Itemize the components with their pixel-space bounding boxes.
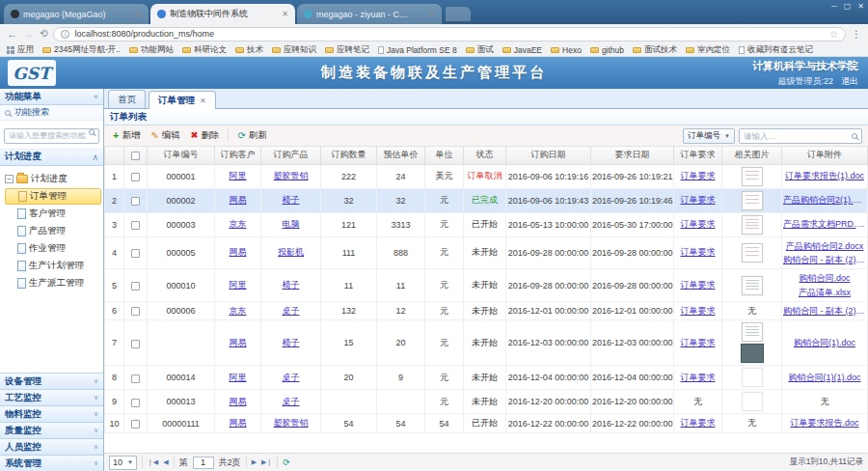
browser-menu-icon[interactable]: ⋮ bbox=[852, 29, 861, 40]
bookmark-item[interactable]: 室内定位 bbox=[686, 44, 730, 56]
attachment-link[interactable]: 产品购销合同2.docx bbox=[783, 239, 866, 253]
minimize-button[interactable]: ─ bbox=[831, 2, 837, 11]
attachment-link[interactable]: 订单要求报告.doc bbox=[783, 416, 866, 429]
table-row[interactable]: 8000014阿里桌子209元未开始2016-12-04 00:00:00201… bbox=[105, 366, 868, 390]
row-checkbox[interactable] bbox=[131, 307, 140, 316]
sidebar-section-plan[interactable]: 计划进度 ∧ bbox=[0, 150, 103, 166]
table-row[interactable]: 5000010阿里椅子1111元未开始2016-09-28 00:00:0020… bbox=[105, 269, 868, 302]
attachment-link[interactable]: 订单要求报告(1).doc bbox=[783, 169, 866, 182]
table-row[interactable]: 1000001阿里塑胶管销22224美元订单取消2016-09-06 10:19… bbox=[105, 164, 868, 188]
customer-link[interactable]: 网易 bbox=[230, 195, 247, 205]
image-thumbnail[interactable] bbox=[742, 392, 763, 411]
row-checkbox[interactable] bbox=[131, 340, 140, 348]
customer-link[interactable]: 网易 bbox=[230, 338, 247, 347]
bookmark-star-icon[interactable]: ☆ bbox=[829, 29, 838, 40]
bookmark-item[interactable]: 收藏到有道云笔记 bbox=[739, 44, 813, 56]
first-page-button[interactable]: ❘◀ bbox=[148, 458, 158, 466]
image-thumbnail[interactable] bbox=[741, 344, 764, 363]
bookmark-item[interactable]: 技术 bbox=[235, 44, 263, 56]
order-requirement-link[interactable]: 订单要求 bbox=[681, 373, 716, 382]
new-tab-button[interactable] bbox=[446, 7, 471, 21]
select-all-header[interactable] bbox=[124, 147, 148, 164]
row-checkbox[interactable] bbox=[131, 282, 140, 291]
table-row[interactable]: 7网易椅子1520元未开始2016-12-03 00:00:002016-12-… bbox=[105, 320, 868, 366]
bookmark-item[interactable]: 应用 bbox=[7, 44, 34, 56]
product-link[interactable]: 椅子 bbox=[283, 280, 300, 290]
image-thumbnail[interactable] bbox=[742, 215, 763, 235]
tree-expander-icon[interactable]: − bbox=[5, 175, 14, 183]
table-row[interactable]: 3000003京东电脑1213313元已开始2016-05-13 10:00:0… bbox=[105, 212, 868, 236]
cell-checkbox[interactable] bbox=[124, 212, 148, 236]
logout-link[interactable]: 退出 bbox=[841, 75, 858, 88]
sidebar-menu-header[interactable]: 功能菜单 « bbox=[0, 89, 103, 105]
order-requirement-link[interactable]: 订单要求 bbox=[681, 338, 716, 347]
browser-tab-2-active[interactable]: 制造物联中间件系统 ✕ bbox=[150, 4, 295, 24]
image-thumbnail[interactable] bbox=[742, 167, 763, 186]
column-header-订单附件[interactable]: 订单附件 bbox=[782, 147, 868, 164]
sidebar-item-作业管理[interactable]: 作业管理 bbox=[5, 240, 101, 257]
product-link[interactable]: 桌子 bbox=[283, 397, 300, 406]
cell-checkbox[interactable] bbox=[124, 236, 148, 269]
pin-icon[interactable]: ∧ bbox=[92, 152, 98, 162]
customer-link[interactable]: 阿里 bbox=[230, 373, 247, 382]
table-row[interactable]: 6000006京东桌子13212元未开始2016-12-01 00:00:002… bbox=[105, 302, 868, 320]
order-requirement-link[interactable]: 订单要求 bbox=[681, 280, 716, 290]
table-row[interactable]: 2000002网易椅子3232元已完成2016-09-06 10:19:4320… bbox=[105, 188, 868, 212]
order-requirement-link[interactable]: 订单要求 bbox=[681, 247, 716, 257]
column-header-状态[interactable]: 状态 bbox=[464, 147, 506, 164]
row-checkbox[interactable] bbox=[131, 173, 140, 181]
attachment-link[interactable]: 产品需求文档PRD.pdf bbox=[783, 217, 866, 231]
sidebar-item-生产派工管理[interactable]: 生产派工管理 bbox=[5, 275, 101, 291]
product-link[interactable]: 桌子 bbox=[283, 306, 300, 316]
row-checkbox[interactable] bbox=[131, 399, 140, 407]
customer-link[interactable]: 网易 bbox=[230, 247, 247, 257]
column-header-订购数量[interactable]: 订购数量 bbox=[321, 147, 377, 164]
column-header-订购客户[interactable]: 订购客户 bbox=[215, 147, 261, 164]
image-thumbnail[interactable] bbox=[742, 191, 763, 210]
accordion-物料监控[interactable]: 物料监控∨ bbox=[0, 405, 103, 422]
refresh-button[interactable]: ⟳ 刷新 bbox=[232, 127, 271, 144]
bookmark-item[interactable]: 科研论文 bbox=[182, 44, 227, 56]
info-icon[interactable]: i bbox=[61, 30, 69, 39]
attachment-link[interactable]: 购销合同 - 副本 (2).doc bbox=[783, 253, 866, 266]
customer-link[interactable]: 网易 bbox=[230, 418, 247, 428]
order-requirement-link[interactable]: 订单要求 bbox=[681, 306, 716, 316]
browser-tab-3[interactable]: megagao - ziyuan - C… ✕ bbox=[297, 4, 442, 24]
function-search-input[interactable] bbox=[4, 128, 99, 144]
tab-home[interactable]: 首页 bbox=[108, 90, 146, 108]
column-header-要求日期[interactable]: 要求日期 bbox=[591, 147, 674, 164]
last-page-button[interactable]: ▶❘ bbox=[261, 458, 272, 466]
cell-checkbox[interactable] bbox=[124, 269, 148, 302]
row-checkbox[interactable] bbox=[131, 249, 140, 258]
table-row[interactable]: 1000000111网易塑胶管销545454已开始2016-12-22 00:0… bbox=[105, 414, 868, 432]
browser-tab-1[interactable]: megagao (MegaGao) ✕ bbox=[4, 4, 149, 24]
column-header-订购产品[interactable]: 订购产品 bbox=[261, 147, 321, 164]
bookmark-item[interactable]: Java Platform SE 8 bbox=[378, 45, 457, 55]
row-checkbox[interactable] bbox=[131, 374, 140, 383]
image-thumbnail[interactable] bbox=[742, 243, 763, 263]
accordion-质量监控[interactable]: 质量监控∨ bbox=[0, 422, 103, 438]
close-icon[interactable]: ✕ bbox=[200, 97, 206, 105]
cell-checkbox[interactable] bbox=[124, 302, 148, 320]
image-thumbnail[interactable] bbox=[742, 322, 763, 342]
product-link[interactable]: 塑胶管销 bbox=[274, 171, 309, 180]
prev-page-button[interactable]: ◀ bbox=[163, 458, 168, 466]
reload-button[interactable]: ⟲ bbox=[40, 29, 47, 39]
cell-checkbox[interactable] bbox=[124, 164, 148, 188]
bookmark-item[interactable]: 2345网址导航-开.. bbox=[42, 44, 121, 56]
collapse-icon[interactable]: « bbox=[94, 92, 98, 101]
table-row[interactable]: 4000005网易投影机111888元未开始2016-09-28 00:00:0… bbox=[105, 236, 868, 269]
pager-refresh-icon[interactable]: ⟳ bbox=[283, 458, 290, 467]
column-header-预估单价[interactable]: 预估单价 bbox=[377, 147, 425, 164]
url-text[interactable]: localhost:8080/production_ms/home bbox=[74, 29, 825, 39]
accordion-设备管理[interactable]: 设备管理∨ bbox=[0, 373, 103, 389]
maximize-button[interactable]: ▢ bbox=[844, 2, 852, 11]
bookmark-item[interactable]: 应聘知识 bbox=[272, 44, 316, 56]
attachment-link[interactable]: 产品清单.xlsx bbox=[783, 286, 866, 299]
customer-link[interactable]: 网易 bbox=[230, 397, 247, 406]
order-requirement-link[interactable]: 订单要求 bbox=[681, 195, 716, 205]
add-button[interactable]: + 新增 bbox=[108, 127, 145, 144]
product-link[interactable]: 桌子 bbox=[283, 373, 300, 382]
attachment-link[interactable]: 产品购销合同2(1).docx bbox=[783, 193, 866, 207]
select-all-checkbox[interactable] bbox=[131, 152, 140, 160]
